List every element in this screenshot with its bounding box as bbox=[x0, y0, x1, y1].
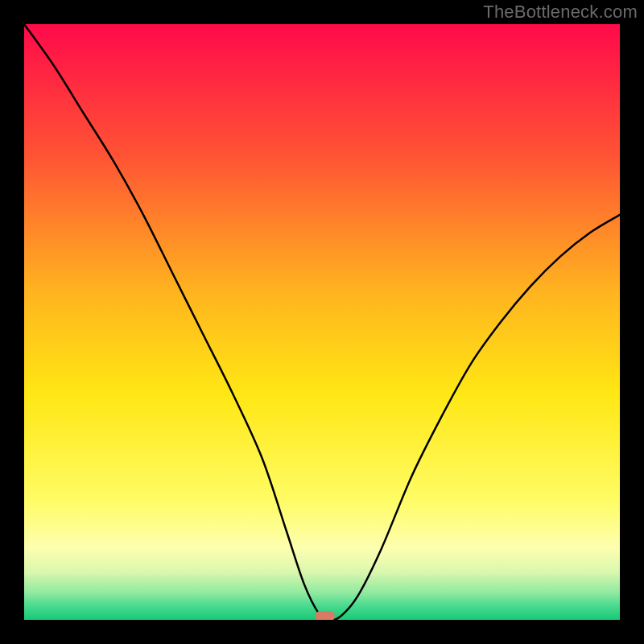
watermark-text: TheBottleneck.com bbox=[483, 2, 638, 23]
chart-svg bbox=[24, 24, 620, 620]
chart-frame: TheBottleneck.com bbox=[0, 0, 644, 644]
optimal-marker bbox=[316, 611, 335, 620]
plot-area bbox=[24, 24, 620, 620]
gradient-background bbox=[24, 24, 620, 620]
